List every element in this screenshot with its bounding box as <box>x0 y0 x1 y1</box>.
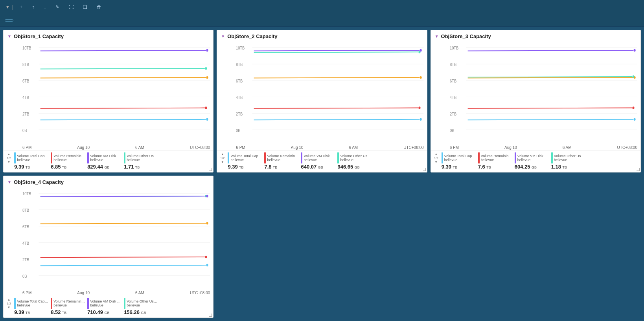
resize-handle[interactable] <box>209 168 212 171</box>
download-button[interactable]: ↓ <box>40 3 51 11</box>
svg-text:10TB: 10TB <box>22 191 31 196</box>
legend-item: Volume Remaining Cap... bellevue 7.6 TB <box>478 152 512 170</box>
legend-label: Volume VM Disk Used ... <box>517 154 549 158</box>
svg-text:4TB: 4TB <box>450 95 456 100</box>
svg-line-60 <box>467 77 633 78</box>
legend-item: Volume Other Used Ca... bellevue 156.26 … <box>124 298 158 315</box>
legend-color-bar <box>14 298 16 309</box>
legend-color-bar <box>478 152 480 163</box>
legend-value: 7.6 TB <box>478 164 512 170</box>
chart-svg: 10TB8TB6TB4TB2TB0B <box>236 42 423 145</box>
svg-text:4TB: 4TB <box>22 95 29 100</box>
legend-down-arrow[interactable]: ▼ <box>434 160 438 164</box>
header: ▾ | + ↑ ↓ ✎ ⛶ ❏ 🗑 <box>0 0 644 14</box>
new-dashboard-button[interactable]: + <box>17 3 27 11</box>
legend-sublabel: bellevue <box>554 158 585 162</box>
legend-up-arrow[interactable]: ▲ <box>434 152 438 156</box>
legend-up-arrow[interactable]: ▲ <box>221 152 224 156</box>
legend-label: Volume Remaining Cap... <box>53 299 85 303</box>
upload-button[interactable]: ↑ <box>29 3 39 11</box>
panel-panel1: ▼ObjStore_1 Capacity10TB8TB6TB4TB2TB0B6 … <box>3 30 213 172</box>
svg-text:4TB: 4TB <box>236 95 243 100</box>
svg-text:2TB: 2TB <box>236 111 243 116</box>
svg-line-78 <box>40 265 206 265</box>
svg-text:2TB: 2TB <box>22 257 29 262</box>
clone-button[interactable]: ❏ <box>80 3 92 11</box>
svg-text:0B: 0B <box>22 273 27 278</box>
filter-icon: ▼ <box>7 180 11 184</box>
legend-value: 9.39 TB <box>442 164 476 170</box>
svg-text:0B: 0B <box>236 127 240 132</box>
legend-sublabel: bellevue <box>517 158 549 162</box>
svg-point-57 <box>633 118 635 121</box>
legend-down-arrow[interactable]: ▼ <box>7 306 11 309</box>
delete-button[interactable]: 🗑 <box>94 3 106 11</box>
svg-point-79 <box>206 264 208 266</box>
resize-handle[interactable] <box>637 168 640 171</box>
edit-button[interactable]: ✎ <box>52 3 64 11</box>
legend-item: Volume Other Used Ca... bellevue 946.65 … <box>337 152 372 170</box>
svg-point-35 <box>420 118 422 121</box>
legend-down-arrow[interactable]: ▼ <box>221 160 224 164</box>
fullscreen-icon: ⛶ <box>69 4 74 10</box>
svg-line-56 <box>467 119 633 120</box>
svg-text:6TB: 6TB <box>450 78 456 83</box>
time-badge[interactable] <box>5 19 13 22</box>
legend-label: Volume Total Capacit... <box>444 154 476 158</box>
chevron-down-icon[interactable]: ▾ <box>6 4 9 10</box>
legend-item: Volume VM Disk Used ... bellevue 604.25 … <box>515 152 549 170</box>
resize-handle[interactable] <box>423 168 426 171</box>
legend-down-arrow[interactable]: ▼ <box>7 160 11 164</box>
svg-text:6TB: 6TB <box>236 78 243 83</box>
legend-color-bar <box>87 298 89 309</box>
svg-point-63 <box>632 75 634 78</box>
legend-sublabel: bellevue <box>230 158 262 162</box>
chart-area: 10TB8TB6TB4TB2TB0B <box>431 41 640 145</box>
legend-color-bar <box>264 152 266 163</box>
legend-label: Volume Total Capacit... <box>17 299 48 303</box>
legend-label: Volume Remaining Cap... <box>267 154 298 158</box>
fullscreen-button[interactable]: ⛶ <box>66 3 78 11</box>
download-icon: ↓ <box>44 4 46 10</box>
legend-label: Volume Other Used Ca... <box>127 154 158 158</box>
svg-point-65 <box>633 49 635 52</box>
legend-up-arrow[interactable]: ▲ <box>7 152 11 156</box>
legend-sublabel: bellevue <box>17 158 48 162</box>
legend-label: Volume VM Disk Used ... <box>90 299 121 303</box>
legend-color-bar <box>515 152 516 163</box>
legend-sublabel: bellevue <box>127 303 158 307</box>
legend-value: 640.07 GB <box>301 164 335 170</box>
legend-color-bar <box>124 298 125 309</box>
legend-items: Volume Total Capacit... bellevue 9.39 TB… <box>228 152 423 170</box>
legend-label: Volume Total Capacit... <box>230 154 262 158</box>
svg-text:2TB: 2TB <box>22 111 29 116</box>
legend-item: Volume Remaining Cap... bellevue 7.8 TB <box>264 152 298 170</box>
legend-label: Volume Other Used Ca... <box>340 154 372 158</box>
legend-item: Volume Other Used Ca... bellevue 1.71 TB <box>124 152 158 170</box>
svg-line-36 <box>254 108 418 108</box>
panel-panel2: ▼ObjStore_2 Capacity10TB8TB6TB4TB2TB0B6 … <box>217 30 427 172</box>
panel-title-row: ▼ObjStore_2 Capacity <box>217 30 427 41</box>
svg-point-15 <box>205 106 207 109</box>
svg-point-39 <box>420 76 422 79</box>
svg-point-87 <box>206 194 208 197</box>
svg-line-64 <box>467 50 633 51</box>
svg-line-12 <box>40 119 206 120</box>
legend-color-bar <box>14 152 16 163</box>
legend-color-bar <box>337 152 339 163</box>
svg-text:6TB: 6TB <box>22 224 29 229</box>
panel-title-text: ObjStore_4 Capacity <box>14 179 64 185</box>
svg-text:10TB: 10TB <box>22 45 31 50</box>
svg-line-16 <box>40 77 206 78</box>
legend-color-bar <box>301 152 302 163</box>
resize-handle[interactable] <box>209 314 212 317</box>
legend-sublabel: bellevue <box>444 158 476 162</box>
legend-up-arrow[interactable]: ▲ <box>7 298 11 301</box>
legend-color-bar <box>51 298 52 309</box>
time-bar <box>0 14 644 27</box>
legend-value: 9.39 TB <box>14 309 48 315</box>
legend-label: Volume Other Used Ca... <box>554 154 585 158</box>
svg-point-81 <box>205 255 207 258</box>
legend-nav: ▲1/2▼ <box>220 152 224 164</box>
panel-title-text: ObjStore_1 Capacity <box>14 33 64 39</box>
